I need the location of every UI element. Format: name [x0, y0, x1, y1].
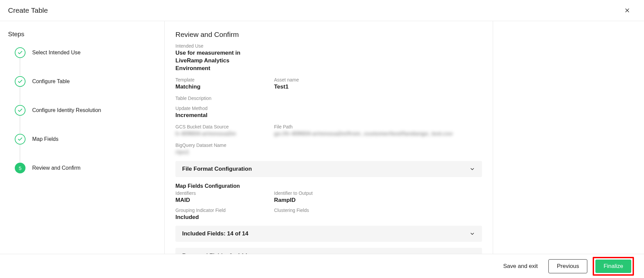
dialog-footer: Save and exit Previous Finalize: [0, 254, 644, 278]
template-label: Template: [175, 77, 267, 82]
table-description-label: Table Description: [175, 96, 482, 101]
asset-name-value: Test1: [274, 83, 482, 91]
accordion-title: File Format Configuration: [182, 166, 252, 172]
step-number-icon: 5: [15, 163, 25, 173]
file-path-label: File Path: [274, 124, 482, 129]
bigquery-dataset-label: BigQuery Dataset Name: [175, 143, 482, 148]
check-icon: [15, 134, 25, 145]
check-icon: [15, 76, 25, 87]
file-path-value: gs://lr-409604-arimnoua2m/from_customer/…: [274, 130, 482, 138]
step-label: Configure Identity Resolution: [32, 107, 101, 113]
identifier-output-value: RampID: [274, 197, 482, 204]
grouping-indicator-value: Included: [175, 214, 267, 221]
previous-button[interactable]: Previous: [548, 259, 587, 273]
finalize-button[interactable]: Finalize: [595, 260, 631, 273]
identifiers-value: MAID: [175, 197, 267, 204]
step-select-intended-use[interactable]: Select Intended Use: [15, 47, 156, 76]
intended-use-label: Intended Use: [175, 43, 482, 49]
step-review-confirm[interactable]: 5 Review and Confirm: [15, 163, 156, 173]
check-icon: [15, 47, 25, 58]
update-method-value: Incremental: [175, 112, 482, 119]
review-panel: Review and Confirm Intended Use Use for …: [164, 21, 493, 255]
step-label: Select Intended Use: [32, 50, 80, 56]
dialog-title: Create Table: [8, 6, 48, 14]
step-label: Configure Table: [32, 78, 70, 85]
step-label: Map Fields: [32, 136, 58, 142]
save-exit-button[interactable]: Save and exit: [498, 260, 543, 273]
update-method-label: Update Method: [175, 106, 482, 111]
included-fields-accordion[interactable]: Included Fields: 14 of 14: [175, 226, 482, 242]
asset-name-label: Asset name: [274, 77, 482, 82]
finalize-highlight: Finalize: [593, 257, 634, 276]
steps-title: Steps: [8, 31, 156, 38]
map-fields-title: Map Fields Configuration: [175, 183, 482, 189]
steps-sidebar: Steps Select Intended Use Configure Tabl…: [0, 21, 164, 255]
step-label: Review and Confirm: [32, 165, 80, 171]
accordion-title: Included Fields: 14 of 14: [182, 230, 248, 237]
close-button[interactable]: [623, 6, 632, 15]
intended-use-value: Use for measurement in LiveRamp Analytic…: [175, 49, 243, 72]
panel-title: Review and Confirm: [175, 31, 482, 39]
dialog-header: Create Table: [0, 0, 644, 21]
template-value: Matching: [175, 83, 267, 91]
step-configure-identity-resolution[interactable]: Configure Identity Resolution: [15, 105, 156, 134]
step-configure-table[interactable]: Configure Table: [15, 76, 156, 105]
gcs-bucket-label: GCS Bucket Data Source: [175, 124, 267, 129]
clustering-fields-label: Clustering Fields: [274, 208, 482, 213]
chevron-down-icon: [469, 231, 475, 237]
chevron-down-icon: [469, 166, 475, 172]
close-icon: [624, 7, 630, 13]
bigquery-dataset-value: rips1: [175, 149, 482, 156]
check-icon: [15, 105, 25, 116]
identifier-output-label: Identifier to Output: [274, 190, 482, 196]
file-format-accordion[interactable]: File Format Configuration: [175, 161, 482, 177]
step-map-fields[interactable]: Map Fields: [15, 134, 156, 163]
gcs-bucket-value: lr-409604-arimnoua2m: [175, 130, 267, 138]
grouping-indicator-label: Grouping Indicator Field: [175, 208, 267, 213]
identifiers-label: Identifiers: [175, 190, 267, 196]
